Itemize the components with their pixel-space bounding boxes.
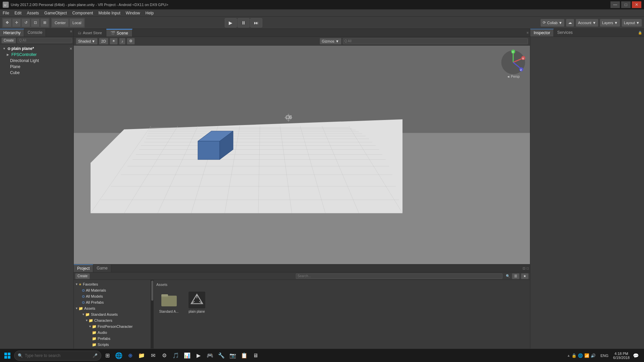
taskbar-search[interactable]: 🔍 Type here to search 🎤 [14, 351, 101, 361]
hierarchy-item-directional-light[interactable]: Directional Light [0, 58, 73, 64]
chrome-icon[interactable]: ⊕ [125, 350, 136, 361]
step-button[interactable]: ⏭ [250, 18, 262, 27]
titlebar-controls[interactable]: — □ ✕ [610, 1, 641, 8]
move-tool-button[interactable]: ✛ [12, 18, 21, 27]
menu-edit[interactable]: Edit [12, 9, 24, 16]
center-pivot-button[interactable]: Center [52, 18, 69, 27]
all-models-item[interactable]: ⊙ All Models [74, 293, 151, 299]
unity-taskbar-icon[interactable]: ▶ [193, 350, 204, 361]
asset-standard-assets[interactable]: Standard A... [156, 291, 181, 313]
app-icon-10[interactable]: 🎮 [205, 350, 215, 361]
local-toggle-button[interactable]: Local [69, 18, 84, 27]
2d-toggle-button[interactable]: 2D [99, 38, 108, 45]
cloud-button[interactable]: ☁ [566, 19, 574, 27]
hierarchy-create-button[interactable]: Create [1, 38, 16, 44]
menu-file[interactable]: File [0, 9, 12, 16]
notification-icon[interactable]: 💬 [632, 353, 640, 358]
project-star-button[interactable]: ★ [521, 273, 529, 279]
prefabs-folder[interactable]: 📁 Prefabs [74, 336, 151, 342]
rotate-tool-button[interactable]: ↺ [21, 18, 30, 27]
app-icon-11[interactable]: 🔧 [216, 350, 227, 361]
minimize-button[interactable]: — [610, 1, 620, 8]
volume-icon[interactable]: 🔊 [591, 353, 596, 358]
menu-component[interactable]: Component [69, 9, 96, 16]
project-search-input[interactable] [296, 274, 502, 279]
asset-plain-plane[interactable]: plain plane [184, 291, 209, 313]
hierarchy-item-plane[interactable]: Plane [0, 64, 73, 70]
explorer-icon[interactable]: 📁 [136, 350, 147, 361]
viewport[interactable]: Y X Z ◄ Persp [74, 46, 530, 264]
scene-search-input[interactable] [343, 38, 528, 44]
layers-button[interactable]: Layers ▼ [600, 19, 620, 27]
menu-gameobject[interactable]: GameObject [42, 9, 69, 16]
hierarchy-item-cube[interactable]: Cube [0, 70, 73, 76]
project-search-icon[interactable]: 🔍 [504, 273, 511, 279]
shading-mode-button[interactable]: Shaded ▼ [76, 38, 98, 45]
tray-icon-1[interactable]: 🔒 [572, 353, 577, 358]
tab-game[interactable]: Game [93, 264, 111, 272]
app-icon-12[interactable]: 📷 [227, 350, 238, 361]
app-icon-8[interactable]: 📊 [182, 350, 193, 361]
collab-button[interactable]: ⟳ Collab ▼ [540, 19, 565, 27]
menu-mobile-input[interactable]: Mobile Input [96, 9, 123, 16]
tab-console[interactable]: Console [24, 29, 46, 37]
hierarchy-item-fps[interactable]: ▶ FPSController [0, 52, 73, 58]
assets-folder[interactable]: ▼ 📁 Assets [74, 305, 151, 311]
menu-help[interactable]: Help [143, 9, 157, 16]
scene-close-icon[interactable]: ✕ [69, 47, 72, 51]
project-tree-scrollbar[interactable] [151, 280, 154, 355]
play-button[interactable]: ▶ [225, 18, 237, 27]
tab-hierarchy[interactable]: Hierarchy [0, 29, 24, 37]
collapse-icon[interactable]: ⊡ [523, 266, 525, 270]
edge-icon[interactable]: 🌐 [113, 350, 124, 361]
close-button[interactable]: ✕ [632, 1, 641, 8]
gizmos-button[interactable]: Gizmos ▼ [320, 38, 341, 45]
maximize-button[interactable]: □ [621, 1, 631, 8]
project-filter-button[interactable]: ☰ [512, 273, 520, 279]
standard-assets-folder[interactable]: ▼ 📁 Standard Assets [74, 311, 151, 317]
project-panel-controls[interactable]: ⊡ □ [521, 264, 530, 272]
start-button[interactable] [1, 350, 13, 362]
tab-inspector[interactable]: Inspector [530, 29, 554, 37]
hierarchy-panel-menu[interactable]: ≡ [69, 29, 73, 37]
all-materials-item[interactable]: ⊙ All Materials [74, 287, 151, 293]
app-icon-13[interactable]: 📋 [239, 350, 250, 361]
tab-services[interactable]: Services [554, 29, 576, 37]
fx-toggle-button[interactable]: ⚙ [127, 38, 135, 45]
menu-window[interactable]: Window [123, 9, 143, 16]
scripts-folder[interactable]: 📁 Scripts [74, 342, 151, 348]
rect-tool-button[interactable]: ⊞ [40, 18, 49, 27]
viewport-gizmo[interactable]: Y X Z ◄ Persp [500, 49, 527, 76]
tray-icon-3[interactable]: 📶 [584, 353, 589, 358]
tray-language[interactable]: ENG [598, 353, 611, 358]
scene-panel-menu[interactable]: ≡ [525, 29, 530, 37]
tab-project[interactable]: Project [74, 264, 93, 272]
layout-button[interactable]: Layout ▼ [622, 19, 642, 27]
favorites-folder[interactable]: ▼ ★ Favorites [74, 281, 151, 287]
audio-folder[interactable]: 📁 Audio [74, 329, 151, 336]
all-prefabs-item[interactable]: ⊙ All Prefabs [74, 299, 151, 305]
hand-tool-button[interactable]: ✥ [3, 18, 11, 27]
tray-arrow-icon[interactable]: ▲ [567, 354, 570, 357]
menu-assets[interactable]: Assets [24, 9, 42, 16]
tab-asset-store[interactable]: 🗂 Asset Store [74, 29, 106, 37]
characters-folder[interactable]: ▼ 📁 Characters [74, 317, 151, 323]
taskview-button[interactable]: ⊞ [102, 350, 113, 361]
inspector-lock-icon[interactable]: 🔒 [636, 29, 644, 37]
maximize-icon[interactable]: □ [527, 266, 529, 270]
scale-tool-button[interactable]: ⊡ [31, 18, 40, 27]
app-icon-14[interactable]: 🖥 [250, 350, 261, 361]
tab-scene[interactable]: 🎬 Scene [106, 29, 132, 37]
scene-root-item[interactable]: ▼ ⊙ plain plane* ✕ [0, 46, 73, 52]
tray-clock[interactable]: 4:18 PM 6/19/2018 [613, 352, 630, 360]
hierarchy-search-input[interactable] [17, 38, 72, 43]
lighting-toggle-button[interactable]: ☀ [110, 38, 118, 45]
project-create-button[interactable]: Create [75, 273, 90, 279]
app-icon-6[interactable]: ⚙ [159, 350, 170, 361]
tray-icon-2[interactable]: 🌐 [578, 353, 583, 358]
pause-button[interactable]: ⏸ [237, 18, 250, 27]
mail-icon[interactable]: ✉ [148, 350, 158, 361]
account-button[interactable]: Account ▼ [576, 19, 598, 27]
audio-toggle-button[interactable]: ♪ [119, 38, 126, 45]
firstperson-folder[interactable]: ▼ 📁 FirstPersonCharacter [74, 323, 151, 329]
